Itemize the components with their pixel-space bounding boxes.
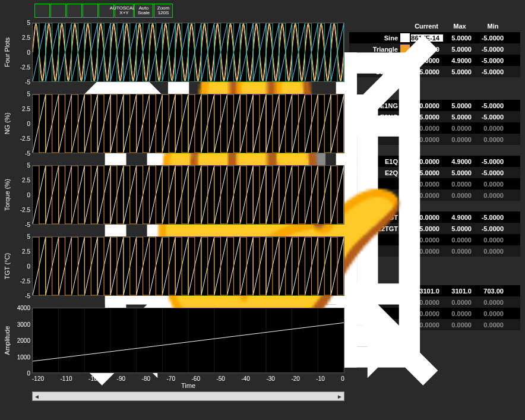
plot-ylabel: Torque (%) [4,179,11,211]
plot-2[interactable] [32,165,344,225]
plot-ylabel: NG (%) [4,113,11,135]
ytick: -2.5 [20,207,30,213]
ytick: 2.5 [22,177,30,184]
ytick: 0 [27,263,30,270]
ytick: -2.5 [20,64,30,71]
ytick: 0 [27,192,30,198]
plot-ylabel: Amplitude [4,326,11,355]
ytick: 2.5 [22,106,30,112]
ytick: 1000 [17,353,30,360]
plot-1[interactable] [32,94,344,153]
ytick: -2.5 [20,135,30,142]
ytick: 0 [27,49,30,56]
ytick: 5 [27,91,30,97]
pan-icon[interactable]: ✋ [99,4,114,18]
plot-ylabel: Four Plots [4,37,11,67]
plot-ylabel: TGT (°C) [4,253,11,280]
ytick: 5 [27,233,30,240]
ytick: -5 [25,79,30,86]
plot-0[interactable] [32,23,344,82]
plot-3[interactable] [32,236,344,296]
ytick: 5 [27,162,30,169]
ytick: -5 [25,150,30,157]
ytick: 2.5 [22,248,30,255]
ytick: 0 [27,370,30,377]
ytick: 2000 [17,337,30,344]
ytick: -5 [25,222,30,228]
ytick: -5 [25,293,30,299]
ytick: 5 [27,20,30,26]
toolbar: ✋AUTOSCALE X+YAuto ScaleZoom 120S [0,0,525,21]
ytick: 3000 [17,321,30,327]
ytick: 2.5 [22,34,30,41]
ytick: 0 [27,121,30,127]
ytick: -2.5 [20,278,30,285]
plot-4[interactable] [32,308,344,373]
ytick: 4000 [17,305,30,311]
